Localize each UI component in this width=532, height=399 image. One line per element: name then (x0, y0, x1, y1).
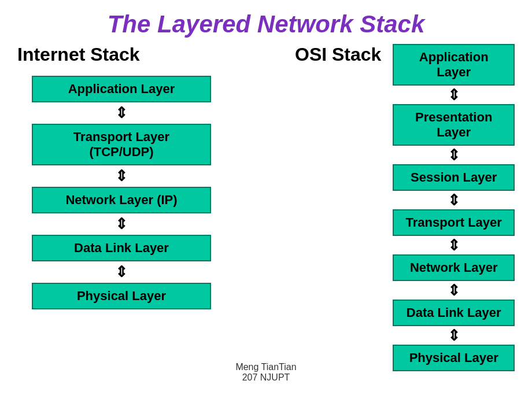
internet-layers: Application Layer ⇕ Transport Layer (TCP… (17, 76, 226, 309)
arrow-internet-0: ⇕ (32, 104, 211, 122)
internet-layer-2: Network Layer (IP) (32, 187, 211, 213)
internet-layer-3: Data Link Layer (32, 235, 211, 261)
arrow-osi-1: ⇕ (448, 147, 460, 162)
osi-layer-0: Application Layer (393, 44, 515, 86)
arrow-osi-4: ⇕ (448, 283, 460, 298)
arrow-internet-3: ⇕ (32, 263, 211, 281)
osi-layer-2: Session Layer (393, 164, 515, 191)
internet-stack: Internet Stack Application Layer ⇕ Trans… (17, 44, 226, 371)
internet-layer-0: Application Layer (32, 76, 211, 102)
arrow-internet-2: ⇕ (32, 215, 211, 233)
watermark-line1: Meng TianTian (235, 362, 296, 372)
internet-layer-1: Transport Layer (TCP/UDP) (32, 124, 211, 165)
page-title: The Layered Network Stack (0, 0, 532, 38)
arrow-osi-0: ⇕ (448, 87, 460, 102)
arrow-osi-5: ⇕ (448, 328, 460, 343)
watermark-line2: 207 NJUPT (235, 372, 296, 383)
arrow-internet-1: ⇕ (32, 167, 211, 185)
osi-layer-6: Physical Layer (393, 345, 515, 371)
osi-layer-3: Transport Layer (393, 209, 515, 236)
internet-stack-title: Internet Stack (17, 44, 140, 65)
watermark: Meng TianTian 207 NJUPT (235, 362, 296, 383)
osi-layer-1: Presentation Layer (393, 104, 515, 146)
osi-stack: OSI Stack Application Layer ⇕ Presentati… (295, 44, 515, 371)
arrow-osi-2: ⇕ (448, 193, 460, 208)
osi-layers: Application Layer ⇕ Presentation Layer ⇕… (393, 44, 515, 371)
osi-layer-4: Network Layer (393, 254, 515, 281)
osi-stack-title: OSI Stack (295, 44, 381, 65)
osi-layer-5: Data Link Layer (393, 300, 515, 326)
internet-layer-4: Physical Layer (32, 283, 211, 309)
arrow-osi-3: ⇕ (448, 238, 460, 253)
